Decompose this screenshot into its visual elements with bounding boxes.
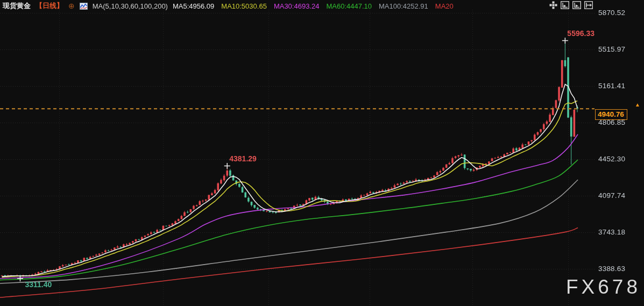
current-price-badge: 4940.76 xyxy=(595,109,627,120)
y-axis-label: 5161.41 xyxy=(598,82,625,90)
ma-legend: MA5:4956.09MA10:5030.65MA30:4693.24MA60:… xyxy=(173,2,455,10)
period-label[interactable]: 【日线】 xyxy=(36,1,63,11)
axis-scale-button[interactable] xyxy=(560,1,570,9)
ma-value-label: MA60:4447.10 xyxy=(326,2,372,10)
y-axis-label: 4097.74 xyxy=(598,191,625,200)
current-price-value: 4940.76 xyxy=(598,110,624,118)
y-axis-label: 5515.97 xyxy=(598,45,625,53)
y-axis-label: 5870.52 xyxy=(598,9,625,17)
y-axis-label: 3743.18 xyxy=(598,228,625,236)
price-annotation: 5596.33 xyxy=(567,29,595,38)
symbol-title: 现货黄金 xyxy=(3,1,31,11)
ma-value-label: MA100:4252.91 xyxy=(379,2,428,10)
chart-header: 现货黄金 【日线】 ⊕ MA(5,10,30,60,100,200) MA5:4… xyxy=(3,1,455,11)
chart-window: 现货黄金 【日线】 ⊕ MA(5,10,30,60,100,200) MA5:4… xyxy=(0,0,644,306)
price-annotation: 4381.29 xyxy=(229,154,257,163)
expand-icon[interactable]: ⊕ xyxy=(68,3,75,9)
y-axis-label: 4452.30 xyxy=(598,155,625,163)
ma-value-label: MA30:4693.24 xyxy=(274,2,320,10)
ma-value-label: MA20 xyxy=(435,2,454,10)
ma-value-label: MA10:5030.65 xyxy=(221,2,267,10)
move-tool-button[interactable] xyxy=(548,1,558,9)
y-axis-label: 3388.63 xyxy=(598,265,625,273)
price-annotation: 3311.40 xyxy=(25,280,52,289)
auto-fit-button[interactable] xyxy=(572,1,582,9)
chart-toolbar xyxy=(548,1,593,9)
candlestick-canvas[interactable] xyxy=(0,0,644,306)
y-axis[interactable]: 5870.525515.975161.414806.854452.304097.… xyxy=(595,0,644,306)
chart-type-icon[interactable] xyxy=(80,3,88,10)
price-up-arrow-icon: ▲ xyxy=(635,102,640,108)
jump-to-latest-button[interactable] xyxy=(584,1,593,9)
ma-value-label: MA5:4956.09 xyxy=(173,2,214,10)
ma-settings-label[interactable]: MA(5,10,30,60,100,200) xyxy=(93,2,168,10)
